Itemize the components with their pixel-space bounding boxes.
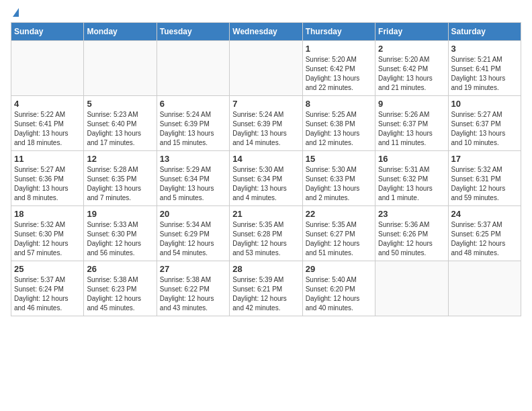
- calendar-cell: [230, 41, 302, 96]
- day-number: 9: [378, 99, 445, 109]
- day-number: 14: [232, 154, 299, 164]
- calendar-cell: 1Sunrise: 5:20 AM Sunset: 6:42 PM Daylig…: [302, 41, 375, 96]
- calendar-cell: 3Sunrise: 5:21 AM Sunset: 6:41 PM Daylig…: [448, 41, 521, 96]
- calendar-cell: 21Sunrise: 5:35 AM Sunset: 6:28 PM Dayli…: [230, 206, 302, 261]
- day-info: Sunrise: 5:30 AM Sunset: 6:34 PM Dayligh…: [232, 165, 299, 203]
- day-number: 17: [451, 154, 518, 164]
- day-number: 13: [160, 154, 226, 164]
- day-info: Sunrise: 5:25 AM Sunset: 6:38 PM Dayligh…: [306, 110, 372, 148]
- day-number: 29: [306, 264, 372, 274]
- calendar-cell: 6Sunrise: 5:24 AM Sunset: 6:39 PM Daylig…: [157, 96, 229, 151]
- weekday-header-wednesday: Wednesday: [230, 23, 302, 41]
- calendar: SundayMondayTuesdayWednesdayThursdayFrid…: [11, 22, 521, 316]
- week-row-2: 4Sunrise: 5:22 AM Sunset: 6:41 PM Daylig…: [11, 96, 521, 151]
- calendar-cell: 7Sunrise: 5:24 AM Sunset: 6:39 PM Daylig…: [230, 96, 302, 151]
- weekday-header-thursday: Thursday: [302, 23, 375, 41]
- day-info: Sunrise: 5:40 AM Sunset: 6:20 PM Dayligh…: [306, 275, 372, 313]
- day-number: 3: [451, 44, 518, 54]
- calendar-cell: 26Sunrise: 5:38 AM Sunset: 6:23 PM Dayli…: [84, 261, 157, 316]
- day-number: 16: [378, 154, 445, 164]
- day-number: 6: [160, 99, 226, 109]
- day-number: 4: [14, 99, 81, 109]
- weekday-header-friday: Friday: [375, 23, 448, 41]
- calendar-cell: 27Sunrise: 5:38 AM Sunset: 6:22 PM Dayli…: [157, 261, 229, 316]
- day-info: Sunrise: 5:37 AM Sunset: 6:25 PM Dayligh…: [451, 220, 518, 258]
- day-number: 20: [160, 209, 226, 219]
- day-number: 27: [160, 264, 226, 274]
- day-number: 24: [451, 209, 518, 219]
- day-info: Sunrise: 5:36 AM Sunset: 6:26 PM Dayligh…: [378, 220, 445, 258]
- calendar-cell: 4Sunrise: 5:22 AM Sunset: 6:41 PM Daylig…: [11, 96, 84, 151]
- day-info: Sunrise: 5:32 AM Sunset: 6:30 PM Dayligh…: [14, 220, 81, 258]
- day-info: Sunrise: 5:33 AM Sunset: 6:30 PM Dayligh…: [87, 220, 153, 258]
- day-info: Sunrise: 5:38 AM Sunset: 6:23 PM Dayligh…: [87, 275, 153, 313]
- calendar-cell: 11Sunrise: 5:27 AM Sunset: 6:36 PM Dayli…: [11, 151, 84, 206]
- day-number: 12: [87, 154, 153, 164]
- day-number: 7: [232, 99, 299, 109]
- day-number: 25: [14, 264, 81, 274]
- calendar-cell: 16Sunrise: 5:31 AM Sunset: 6:32 PM Dayli…: [375, 151, 448, 206]
- day-number: 2: [378, 44, 445, 54]
- day-info: Sunrise: 5:24 AM Sunset: 6:39 PM Dayligh…: [232, 110, 299, 148]
- calendar-cell: 13Sunrise: 5:29 AM Sunset: 6:34 PM Dayli…: [157, 151, 229, 206]
- day-number: 19: [87, 209, 153, 219]
- day-number: 11: [14, 154, 81, 164]
- day-info: Sunrise: 5:32 AM Sunset: 6:31 PM Dayligh…: [451, 165, 518, 203]
- day-info: Sunrise: 5:37 AM Sunset: 6:24 PM Dayligh…: [14, 275, 81, 313]
- calendar-cell: 18Sunrise: 5:32 AM Sunset: 6:30 PM Dayli…: [11, 206, 84, 261]
- weekday-header-row: SundayMondayTuesdayWednesdayThursdayFrid…: [11, 23, 521, 41]
- calendar-cell: 12Sunrise: 5:28 AM Sunset: 6:35 PM Dayli…: [84, 151, 157, 206]
- calendar-cell: 23Sunrise: 5:36 AM Sunset: 6:26 PM Dayli…: [375, 206, 448, 261]
- day-info: Sunrise: 5:27 AM Sunset: 6:36 PM Dayligh…: [14, 165, 81, 203]
- day-number: 26: [87, 264, 153, 274]
- weekday-header-saturday: Saturday: [448, 23, 521, 41]
- logo: [11, 11, 19, 17]
- weekday-header-sunday: Sunday: [11, 23, 84, 41]
- calendar-cell: [84, 41, 157, 96]
- day-number: 10: [451, 99, 518, 109]
- calendar-cell: 8Sunrise: 5:25 AM Sunset: 6:38 PM Daylig…: [302, 96, 375, 151]
- day-number: 1: [306, 44, 372, 54]
- day-number: 8: [306, 99, 372, 109]
- day-info: Sunrise: 5:38 AM Sunset: 6:22 PM Dayligh…: [160, 275, 226, 313]
- day-number: 15: [306, 154, 372, 164]
- day-info: Sunrise: 5:35 AM Sunset: 6:27 PM Dayligh…: [306, 220, 372, 258]
- day-number: 28: [232, 264, 299, 274]
- day-info: Sunrise: 5:30 AM Sunset: 6:33 PM Dayligh…: [306, 165, 372, 203]
- calendar-cell: 9Sunrise: 5:26 AM Sunset: 6:37 PM Daylig…: [375, 96, 448, 151]
- day-info: Sunrise: 5:23 AM Sunset: 6:40 PM Dayligh…: [87, 110, 153, 148]
- day-number: 18: [14, 209, 81, 219]
- calendar-cell: 29Sunrise: 5:40 AM Sunset: 6:20 PM Dayli…: [302, 261, 375, 316]
- day-info: Sunrise: 5:31 AM Sunset: 6:32 PM Dayligh…: [378, 165, 445, 203]
- day-info: Sunrise: 5:26 AM Sunset: 6:37 PM Dayligh…: [378, 110, 445, 148]
- day-number: 23: [378, 209, 445, 219]
- day-info: Sunrise: 5:20 AM Sunset: 6:42 PM Dayligh…: [378, 55, 445, 93]
- calendar-cell: [448, 261, 521, 316]
- day-info: Sunrise: 5:21 AM Sunset: 6:41 PM Dayligh…: [451, 55, 518, 93]
- calendar-cell: 19Sunrise: 5:33 AM Sunset: 6:30 PM Dayli…: [84, 206, 157, 261]
- day-info: Sunrise: 5:20 AM Sunset: 6:42 PM Dayligh…: [306, 55, 372, 93]
- calendar-cell: 2Sunrise: 5:20 AM Sunset: 6:42 PM Daylig…: [375, 41, 448, 96]
- logo-icon: [13, 8, 19, 17]
- week-row-4: 18Sunrise: 5:32 AM Sunset: 6:30 PM Dayli…: [11, 206, 521, 261]
- calendar-cell: 14Sunrise: 5:30 AM Sunset: 6:34 PM Dayli…: [230, 151, 302, 206]
- calendar-cell: 10Sunrise: 5:27 AM Sunset: 6:37 PM Dayli…: [448, 96, 521, 151]
- calendar-cell: 28Sunrise: 5:39 AM Sunset: 6:21 PM Dayli…: [230, 261, 302, 316]
- week-row-1: 1Sunrise: 5:20 AM Sunset: 6:42 PM Daylig…: [11, 41, 521, 96]
- weekday-header-tuesday: Tuesday: [157, 23, 229, 41]
- day-info: Sunrise: 5:39 AM Sunset: 6:21 PM Dayligh…: [232, 275, 299, 313]
- calendar-cell: 25Sunrise: 5:37 AM Sunset: 6:24 PM Dayli…: [11, 261, 84, 316]
- day-info: Sunrise: 5:22 AM Sunset: 6:41 PM Dayligh…: [14, 110, 81, 148]
- calendar-cell: 20Sunrise: 5:34 AM Sunset: 6:29 PM Dayli…: [157, 206, 229, 261]
- day-info: Sunrise: 5:34 AM Sunset: 6:29 PM Dayligh…: [160, 220, 226, 258]
- calendar-cell: [11, 41, 84, 96]
- calendar-cell: 22Sunrise: 5:35 AM Sunset: 6:27 PM Dayli…: [302, 206, 375, 261]
- header: [11, 11, 521, 17]
- calendar-cell: 5Sunrise: 5:23 AM Sunset: 6:40 PM Daylig…: [84, 96, 157, 151]
- day-number: 5: [87, 99, 153, 109]
- week-row-5: 25Sunrise: 5:37 AM Sunset: 6:24 PM Dayli…: [11, 261, 521, 316]
- week-row-3: 11Sunrise: 5:27 AM Sunset: 6:36 PM Dayli…: [11, 151, 521, 206]
- calendar-cell: 17Sunrise: 5:32 AM Sunset: 6:31 PM Dayli…: [448, 151, 521, 206]
- day-info: Sunrise: 5:28 AM Sunset: 6:35 PM Dayligh…: [87, 165, 153, 203]
- calendar-cell: [375, 261, 448, 316]
